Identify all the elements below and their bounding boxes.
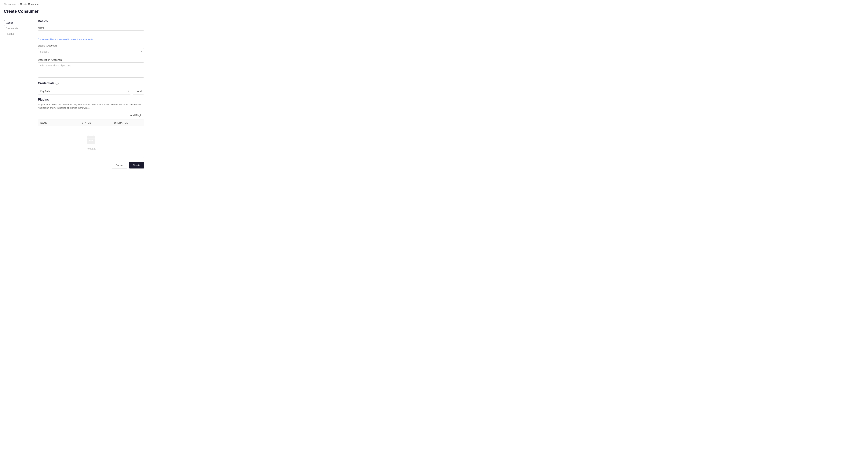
labels-select-wrapper: Select... ▾ bbox=[38, 48, 144, 55]
sidebar-item-basics-label: Basics bbox=[6, 22, 13, 24]
plugins-description: Plugins attached to the Consumer only wo… bbox=[38, 103, 144, 110]
labels-label: Labels (Optional) bbox=[38, 44, 144, 47]
sidebar-item-credentials[interactable]: Credentials bbox=[4, 26, 30, 31]
sidebar-item-basics[interactable]: Basics bbox=[4, 20, 30, 25]
credentials-select-wrapper: Key Auth ▾ bbox=[38, 88, 131, 94]
table-header: NAME STATUS OPERATION bbox=[38, 120, 144, 126]
description-field-group: Description (Optional) bbox=[38, 58, 144, 78]
cancel-button[interactable]: Cancel bbox=[112, 162, 127, 169]
footer-buttons: Cancel Create bbox=[38, 158, 144, 170]
page-title: Create Consumer bbox=[0, 8, 868, 18]
credentials-row: Key Auth ▾ + Add bbox=[38, 88, 144, 94]
sidebar: Basics Credentials Plugins bbox=[4, 20, 30, 170]
sidebar-item-plugins-label: Plugins bbox=[6, 32, 14, 35]
breadcrumb-current: Create Consumer bbox=[20, 3, 39, 5]
svg-point-1 bbox=[90, 140, 92, 141]
credentials-title-text: Credentials bbox=[38, 82, 54, 85]
name-input[interactable] bbox=[38, 30, 144, 37]
breadcrumb-parent[interactable]: Consumers bbox=[4, 3, 16, 5]
plugins-table: NAME STATUS OPERATION bbox=[38, 120, 144, 158]
sidebar-item-credentials-label: Credentials bbox=[6, 27, 18, 30]
name-helper-text: Consumers Name is required to make it mo… bbox=[38, 38, 144, 41]
svg-point-0 bbox=[89, 140, 90, 141]
plugins-section-title: Plugins bbox=[38, 98, 144, 101]
credentials-add-button[interactable]: + Add bbox=[133, 88, 144, 94]
table-header-status: STATUS bbox=[80, 120, 112, 126]
name-label: Name bbox=[38, 26, 144, 29]
credentials-section-title: Credentials i bbox=[38, 82, 144, 85]
name-field-group: Name Consumers Name is required to make … bbox=[38, 26, 144, 41]
labels-field-group: Labels (Optional) Select... ▾ bbox=[38, 44, 144, 55]
no-data-icon bbox=[85, 134, 97, 145]
add-plugin-button[interactable]: + Add Plugin bbox=[126, 112, 144, 118]
table-header-operation: OPERATION bbox=[112, 120, 144, 126]
basics-section-title: Basics bbox=[38, 20, 144, 23]
form-main: Basics Name Consumers Name is required t… bbox=[38, 20, 144, 170]
sidebar-item-plugins[interactable]: Plugins bbox=[4, 31, 30, 36]
table-empty-state: No Data bbox=[38, 126, 144, 158]
svg-point-2 bbox=[92, 140, 93, 141]
plugins-section: Plugins Plugins attached to the Consumer… bbox=[38, 98, 144, 158]
breadcrumb-separator: > bbox=[18, 3, 19, 5]
description-textarea[interactable] bbox=[38, 62, 144, 78]
add-plugin-row: + Add Plugin bbox=[38, 112, 144, 118]
breadcrumb: Consumers > Create Consumer bbox=[0, 0, 868, 8]
info-icon[interactable]: i bbox=[56, 82, 59, 85]
description-label: Description (Optional) bbox=[38, 58, 144, 61]
create-button[interactable]: Create bbox=[129, 162, 144, 169]
no-data-text: No Data bbox=[87, 147, 96, 150]
table-header-name: NAME bbox=[38, 120, 80, 126]
credentials-select[interactable]: Key Auth bbox=[38, 88, 131, 94]
labels-select[interactable]: Select... bbox=[38, 48, 144, 55]
